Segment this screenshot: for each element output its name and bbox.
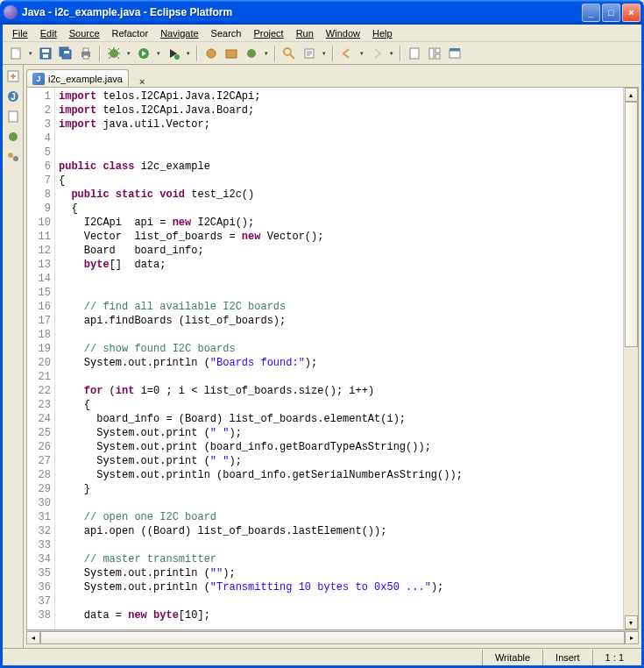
title-bar[interactable]: Java - i2c_example.java - Eclipse Platfo… xyxy=(0,0,644,25)
forward-icon[interactable] xyxy=(367,44,386,63)
print-icon[interactable] xyxy=(76,44,96,63)
code-line[interactable] xyxy=(59,286,619,300)
code-line[interactable]: // show found I2C boards xyxy=(59,342,619,356)
scroll-thumb[interactable] xyxy=(625,102,638,347)
code-line[interactable]: api.open ((Board) list_of_boards.lastEle… xyxy=(59,524,619,538)
new-package-icon[interactable] xyxy=(222,44,241,63)
forward-dropdown[interactable]: ▾ xyxy=(387,44,396,63)
code-line[interactable] xyxy=(59,594,619,608)
code-line[interactable]: I2CApi api = new I2CApi(); xyxy=(59,216,619,230)
menu-run[interactable]: Run xyxy=(290,26,320,40)
menu-edit[interactable]: Edit xyxy=(34,26,63,40)
run-dropdown[interactable]: ▾ xyxy=(154,44,163,63)
scroll-track[interactable] xyxy=(624,347,638,615)
code-line[interactable] xyxy=(59,272,619,286)
code-line[interactable] xyxy=(59,146,619,160)
maximize-view-icon[interactable] xyxy=(445,44,464,63)
code-line[interactable]: { xyxy=(59,398,619,412)
menu-source[interactable]: Source xyxy=(63,26,106,40)
code-content[interactable]: import telos.I2CApi.Java.I2CApi;import t… xyxy=(55,88,623,629)
code-line[interactable] xyxy=(59,131,619,146)
code-line[interactable]: public static void test_i2c() xyxy=(59,188,619,202)
menu-refactor[interactable]: Refactor xyxy=(106,26,155,40)
back-dropdown[interactable]: ▾ xyxy=(357,44,366,63)
menu-help[interactable]: Help xyxy=(366,26,399,40)
maximize-button[interactable]: □ xyxy=(602,4,620,22)
code-line[interactable] xyxy=(59,370,619,384)
annotation-dropdown[interactable]: ▾ xyxy=(320,44,329,63)
code-line[interactable]: System.out.print (board_info.getBoardTyp… xyxy=(59,440,619,454)
code-line[interactable]: System.out.print (" "); xyxy=(59,426,619,440)
run-last-dropdown[interactable]: ▾ xyxy=(184,44,193,63)
code-line[interactable]: // master transmitter xyxy=(59,552,619,566)
code-line[interactable]: for (int i=0 ; i < list_of_boards.size()… xyxy=(59,384,619,398)
java-perspective-icon[interactable]: J xyxy=(4,88,22,105)
menu-navigate[interactable]: Navigate xyxy=(154,26,204,40)
run-icon[interactable] xyxy=(134,44,153,63)
code-line[interactable]: public class i2c_example xyxy=(59,160,619,174)
minimize-button[interactable]: _ xyxy=(582,4,600,22)
team-perspective-icon[interactable] xyxy=(4,148,22,166)
back-icon[interactable] xyxy=(337,44,357,63)
tab-close-button[interactable]: × xyxy=(136,76,148,87)
new-class-icon[interactable] xyxy=(202,44,221,63)
code-line[interactable]: import telos.I2CApi.Java.Board; xyxy=(59,103,619,117)
scroll-up-button[interactable]: ▴ xyxy=(625,88,638,102)
code-line[interactable]: { xyxy=(59,202,619,216)
code-editor[interactable]: 1234567891011121314151617181920212223242… xyxy=(26,87,639,630)
code-line[interactable]: System.out.println (""); xyxy=(59,566,619,580)
code-line[interactable]: // find all available I2C boards xyxy=(59,300,619,314)
menu-project[interactable]: Project xyxy=(247,26,289,40)
code-line[interactable] xyxy=(59,496,619,510)
code-line[interactable]: // open one I2C board xyxy=(59,510,619,524)
vertical-scrollbar[interactable]: ▴ ▾ xyxy=(623,88,638,629)
line-number: 27 xyxy=(27,454,51,468)
tab-i2c-example[interactable]: J i2c_example.java xyxy=(26,69,129,88)
code-line[interactable]: System.out.println ("Boards found:"); xyxy=(59,356,619,370)
scroll-down-button[interactable]: ▾ xyxy=(625,615,638,629)
open-type-dropdown[interactable]: ▾ xyxy=(262,44,271,63)
svg-rect-21 xyxy=(435,54,440,59)
new-icon[interactable] xyxy=(6,44,25,63)
code-line[interactable]: data = new byte[10]; xyxy=(59,608,619,622)
menu-search[interactable]: Search xyxy=(205,26,248,40)
perspective-icon[interactable] xyxy=(425,44,444,63)
line-number: 14 xyxy=(27,272,51,286)
save-all-icon[interactable] xyxy=(56,44,75,63)
code-line[interactable]: System.out.println (board_info.getSerial… xyxy=(59,468,619,482)
save-icon[interactable] xyxy=(36,44,55,63)
scroll-left-button[interactable]: ◂ xyxy=(26,631,40,644)
menu-file[interactable]: File xyxy=(6,26,34,40)
code-line[interactable]: } xyxy=(59,482,619,496)
code-line[interactable]: board_info = (Board) list_of_boards.elem… xyxy=(59,412,619,426)
code-line[interactable]: api.findBoards (list_of_boards); xyxy=(59,314,619,328)
annotation-icon[interactable] xyxy=(300,44,319,63)
code-line[interactable]: Board board_info; xyxy=(59,244,619,258)
horizontal-scrollbar[interactable]: ◂ ▸ xyxy=(26,630,639,645)
code-line[interactable]: import telos.I2CApi.Java.I2CApi; xyxy=(59,89,619,103)
code-line[interactable] xyxy=(59,328,619,342)
code-line[interactable]: System.out.print (" "); xyxy=(59,454,619,468)
debug-perspective-icon[interactable] xyxy=(4,128,22,146)
code-line[interactable]: { xyxy=(59,174,619,188)
pin-icon[interactable] xyxy=(405,44,424,63)
run-last-icon[interactable] xyxy=(164,44,183,63)
code-line[interactable]: byte[] data; xyxy=(59,258,619,272)
hscroll-thumb[interactable] xyxy=(40,631,625,644)
open-type-icon[interactable] xyxy=(242,44,261,63)
svg-point-29 xyxy=(8,153,13,158)
resource-perspective-icon[interactable] xyxy=(4,108,22,125)
code-line[interactable] xyxy=(59,538,619,552)
debug-dropdown[interactable]: ▾ xyxy=(124,44,133,63)
open-perspective-icon[interactable] xyxy=(4,68,22,85)
code-line[interactable]: import java.util.Vector; xyxy=(59,117,619,131)
line-number: 3 xyxy=(27,117,51,131)
debug-icon[interactable] xyxy=(104,44,124,63)
new-dropdown[interactable]: ▾ xyxy=(26,44,35,63)
close-button[interactable]: × xyxy=(622,4,640,22)
code-line[interactable]: System.out.println ("Transmitting 10 byt… xyxy=(59,580,619,594)
code-line[interactable]: Vector list_of_boards = new Vector(); xyxy=(59,230,619,244)
scroll-right-button[interactable]: ▸ xyxy=(625,631,639,644)
menu-window[interactable]: Window xyxy=(320,26,366,40)
search-icon[interactable] xyxy=(280,44,299,63)
